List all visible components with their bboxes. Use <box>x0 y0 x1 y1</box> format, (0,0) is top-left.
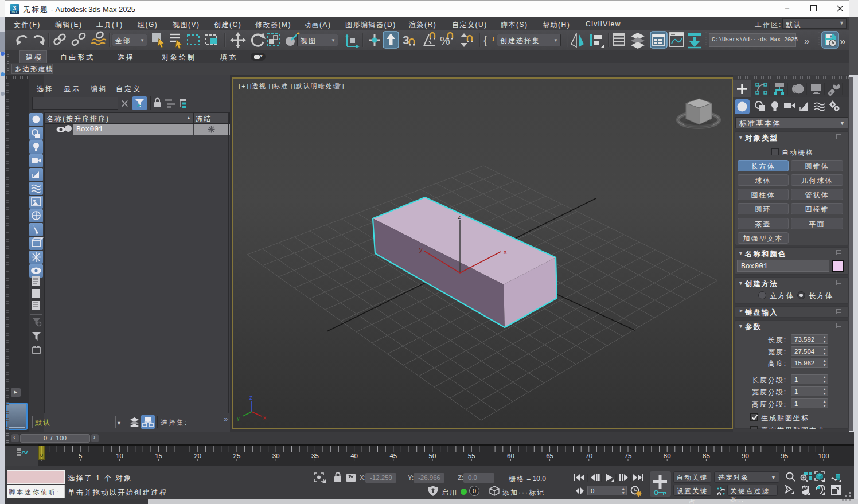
svg-text:30: 30 <box>272 452 280 459</box>
svg-text:40: 40 <box>350 452 358 459</box>
svg-text:»: » <box>804 36 809 46</box>
svg-text:{: { <box>483 34 487 46</box>
svg-text:75: 75 <box>625 452 632 459</box>
svg-text:85: 85 <box>703 452 710 459</box>
svg-text:3: 3 <box>403 33 410 46</box>
svg-text:45: 45 <box>389 452 397 459</box>
svg-text:65: 65 <box>546 452 553 459</box>
svg-text:80: 80 <box>664 452 671 459</box>
svg-text:x: x <box>504 248 507 255</box>
svg-text:»: » <box>840 35 846 47</box>
svg-text:%: % <box>440 34 450 47</box>
svg-text:3: 3 <box>13 5 17 11</box>
svg-text:x: x <box>263 415 266 421</box>
svg-text:70: 70 <box>585 452 592 459</box>
svg-text:z: z <box>458 213 461 220</box>
svg-text:y: y <box>237 415 240 421</box>
svg-text:10: 10 <box>116 452 123 459</box>
svg-text:15: 15 <box>155 452 162 459</box>
svg-text:z: z <box>249 394 252 401</box>
svg-text:35: 35 <box>311 452 319 459</box>
svg-text:60: 60 <box>507 452 514 459</box>
svg-text:y: y <box>419 246 423 253</box>
svg-text:MAX: MAX <box>12 11 18 14</box>
svg-text:90: 90 <box>742 452 749 459</box>
svg-text:55: 55 <box>468 452 475 459</box>
svg-text:5: 5 <box>79 452 82 459</box>
svg-text:100: 100 <box>818 452 829 459</box>
svg-text:20: 20 <box>194 452 201 459</box>
svg-text:50: 50 <box>429 452 436 459</box>
svg-text:95: 95 <box>781 452 788 459</box>
svg-text:ʴ: ʴ <box>492 34 494 46</box>
svg-text:25: 25 <box>233 452 241 459</box>
